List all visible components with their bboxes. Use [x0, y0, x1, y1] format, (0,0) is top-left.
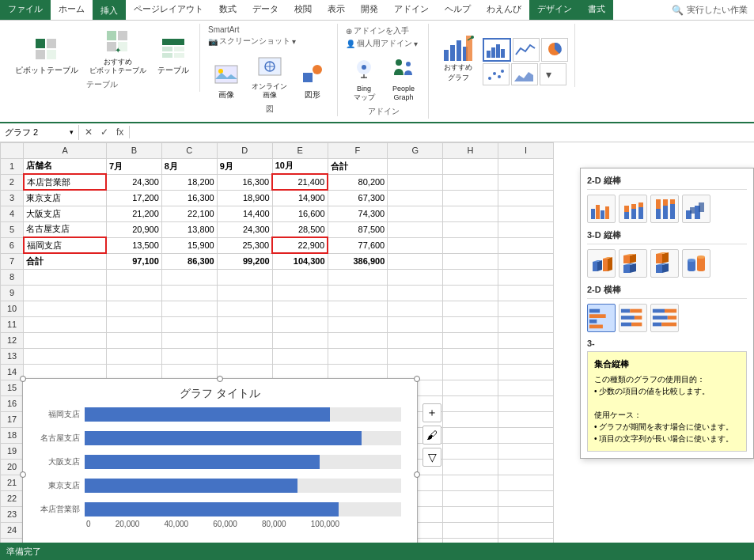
cell-7-4[interactable]: 104,300	[272, 253, 328, 269]
cell-9-0[interactable]	[24, 285, 107, 301]
cell-11-6[interactable]	[388, 316, 443, 332]
cell-11-3[interactable]	[217, 316, 272, 332]
cell-3-3[interactable]: 18,900	[217, 190, 272, 206]
cell-17-7[interactable]	[443, 411, 498, 427]
cell-1-2[interactable]: 8月	[161, 158, 217, 174]
cell-11-4[interactable]	[272, 316, 328, 332]
row-header-13[interactable]: 13	[1, 348, 24, 364]
cell-7-1[interactable]: 97,100	[106, 253, 161, 269]
cell-12-0[interactable]	[24, 332, 107, 348]
row-header-3[interactable]: 3	[1, 190, 24, 206]
cell-9-1[interactable]	[106, 285, 161, 301]
cell-24-7[interactable]	[443, 522, 498, 538]
row-header-15[interactable]: 15	[1, 380, 24, 395]
cell-5-5[interactable]: 87,500	[328, 221, 388, 237]
chart-2dv-stack[interactable]	[619, 195, 647, 223]
cell-4-8[interactable]	[498, 206, 554, 221]
online-image-button[interactable]: オンライン画像	[248, 50, 291, 102]
cell-7-3[interactable]: 99,200	[217, 253, 272, 269]
row-header-25[interactable]: 25	[1, 538, 24, 543]
row-header-7[interactable]: 7	[1, 253, 24, 269]
cell-18-7[interactable]	[443, 427, 498, 443]
tab-data[interactable]: データ	[244, 0, 286, 20]
cell-8-5[interactable]	[328, 269, 388, 285]
cell-3-6[interactable]	[388, 190, 443, 206]
chart-2dh-cluster[interactable]	[587, 304, 616, 332]
cell-7-7[interactable]	[443, 253, 498, 269]
cell-11-8[interactable]	[498, 316, 554, 332]
cell-2-3[interactable]: 16,300	[217, 174, 272, 190]
cell-14-8[interactable]	[498, 364, 554, 380]
cell-20-7[interactable]	[443, 459, 498, 475]
cell-12-7[interactable]	[443, 332, 498, 348]
cell-2-5[interactable]: 80,200	[328, 174, 388, 190]
handle-tl[interactable]	[20, 376, 26, 382]
cell-10-4[interactable]	[272, 301, 328, 316]
image-button[interactable]: 画像	[208, 58, 244, 102]
row-header-10[interactable]: 10	[1, 301, 24, 316]
cell-12-8[interactable]	[498, 332, 554, 348]
handle-mr[interactable]	[414, 471, 420, 478]
cell-6-8[interactable]	[498, 237, 554, 253]
cell-16-7[interactable]	[443, 395, 498, 411]
cell-7-5[interactable]: 386,900	[328, 253, 388, 269]
cell-24-8[interactable]	[498, 522, 554, 538]
cell-4-1[interactable]: 21,200	[106, 206, 161, 221]
cell-3-7[interactable]	[443, 190, 498, 206]
bing-maps-button[interactable]: Bingマップ	[346, 52, 382, 104]
cell-8-6[interactable]	[388, 269, 443, 285]
people-graph-button[interactable]: PeopleGraph	[385, 52, 422, 104]
cell-4-5[interactable]: 74,300	[328, 206, 388, 221]
cell-4-7[interactable]	[443, 206, 498, 221]
cell-5-3[interactable]: 24,300	[217, 221, 272, 237]
cell-6-2[interactable]: 15,900	[161, 237, 217, 253]
tab-design[interactable]: デザイン	[529, 0, 580, 20]
row-header-17[interactable]: 17	[1, 411, 24, 427]
chart-bar-icon-active[interactable]	[483, 38, 511, 62]
cell-8-3[interactable]	[217, 269, 272, 285]
row-header-1[interactable]: 1	[1, 158, 24, 174]
cell-19-7[interactable]	[443, 443, 498, 459]
cell-7-6[interactable]	[388, 253, 443, 269]
row-header-12[interactable]: 12	[1, 332, 24, 348]
cell-25-8[interactable]	[498, 538, 554, 543]
cell-3-2[interactable]: 16,300	[161, 190, 217, 206]
row-header-5[interactable]: 5	[1, 221, 24, 237]
tab-file[interactable]: ファイル	[0, 0, 51, 20]
cell-13-0[interactable]	[24, 348, 107, 364]
cell-9-2[interactable]	[161, 285, 217, 301]
chart-2dh-stack[interactable]	[619, 304, 647, 332]
col-header-f[interactable]: F	[328, 142, 388, 158]
cell-5-0[interactable]: 名古屋支店	[24, 221, 107, 237]
cell-5-6[interactable]	[388, 221, 443, 237]
cell-23-7[interactable]	[443, 506, 498, 522]
cell-5-2[interactable]: 13,800	[161, 221, 217, 237]
cell-8-4[interactable]	[272, 269, 328, 285]
chart-3dv-1[interactable]	[587, 249, 616, 278]
row-header-22[interactable]: 22	[1, 490, 24, 506]
cell-8-2[interactable]	[161, 269, 217, 285]
col-header-d[interactable]: D	[217, 142, 272, 158]
chart-scatter-icon[interactable]	[483, 63, 510, 85]
cell-3-8[interactable]	[498, 190, 554, 206]
cell-2-8[interactable]	[498, 174, 554, 190]
cell-12-4[interactable]	[272, 332, 328, 348]
cell-3-1[interactable]: 17,200	[106, 190, 161, 206]
cell-6-4[interactable]: 22,900	[272, 237, 328, 253]
cell-2-2[interactable]: 18,200	[161, 174, 217, 190]
chart-area[interactable]: グラフ タイトル 本店営業部東京支店大阪支店名古屋支店福岡支店 020,0004…	[22, 378, 418, 543]
cell-12-2[interactable]	[161, 332, 217, 348]
cell-22-8[interactable]	[498, 490, 554, 506]
tab-view[interactable]: 表示	[320, 0, 353, 20]
chart-more-icon[interactable]: ▾	[540, 63, 566, 85]
tab-develop[interactable]: 開発	[353, 0, 386, 20]
cell-17-8[interactable]	[498, 411, 554, 427]
cell-5-1[interactable]: 20,900	[106, 221, 161, 237]
cell-11-5[interactable]	[328, 316, 388, 332]
cell-21-7[interactable]	[443, 475, 498, 490]
cell-8-7[interactable]	[443, 269, 498, 285]
table-button[interactable]: テーブル	[153, 33, 193, 78]
cell-13-2[interactable]	[161, 348, 217, 364]
cell-3-4[interactable]: 14,900	[272, 190, 328, 206]
cell-7-8[interactable]	[498, 253, 554, 269]
